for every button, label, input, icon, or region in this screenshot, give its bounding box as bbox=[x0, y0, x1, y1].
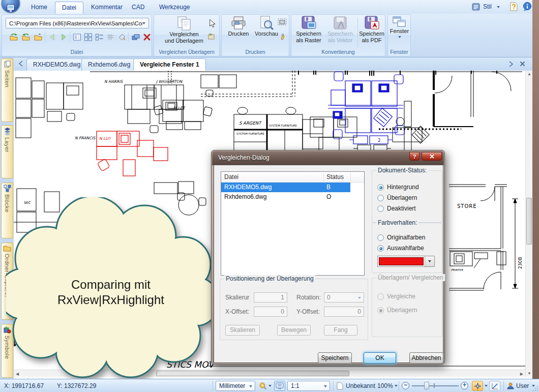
radio-label-auswahlfarbe[interactable]: Auswahlfarbe bbox=[387, 245, 424, 252]
stil-button[interactable]: Stil bbox=[483, 3, 492, 10]
vertical-scrollbar[interactable]: ▲ ▼ bbox=[525, 71, 532, 377]
fenster-button[interactable]: Fenster bbox=[389, 16, 410, 49]
forward-button[interactable] bbox=[58, 32, 69, 43]
tab-datei-label: Datei bbox=[62, 4, 76, 11]
tab-cad[interactable]: CAD bbox=[125, 2, 151, 14]
scroll-right-icon[interactable]: ▶ bbox=[520, 372, 523, 376]
close-folder-button[interactable] bbox=[130, 32, 141, 43]
info-icon[interactable] bbox=[522, 2, 532, 13]
list-row-rxhdemo6[interactable]: Rxhdemo6.dwg O bbox=[221, 192, 364, 202]
dialog-title-bar[interactable]: Vergleichen-Dialog ? bbox=[212, 151, 444, 165]
color-swatch bbox=[379, 257, 424, 265]
vscroll-thumb[interactable] bbox=[526, 198, 532, 245]
tab-scroll-right-icon[interactable] bbox=[508, 61, 514, 69]
scroll-up-icon[interactable]: ▲ bbox=[527, 72, 531, 76]
save-as-vector-button: Speichern als Vektor bbox=[324, 16, 356, 49]
scroll-down-icon[interactable]: ▼ bbox=[527, 371, 531, 376]
fenster-label: Fenster bbox=[390, 28, 409, 35]
speichern-button[interactable]: Speichern bbox=[318, 352, 352, 364]
toolbar-separator bbox=[45, 32, 45, 42]
radio-hintergrund[interactable] bbox=[377, 184, 384, 191]
save-pdf-icon bbox=[365, 16, 379, 31]
cell-file: RXHDEMO5.dwg bbox=[224, 184, 272, 191]
print-setup-button[interactable] bbox=[278, 31, 289, 42]
help-icon[interactable] bbox=[510, 2, 518, 13]
tab-datei[interactable]: Datei bbox=[55, 2, 83, 14]
compare-file-list[interactable]: Datei Status RXHDEMO5.dwg B Rxhdemo6.dwg… bbox=[221, 171, 365, 276]
user-label[interactable]: User bbox=[516, 382, 529, 389]
abbrechen-button[interactable]: Abbrechen bbox=[409, 352, 443, 364]
file-path-value: C:\Program Files (x86)\Rasterex\RxView\S… bbox=[9, 20, 142, 26]
tab-werkzeuge[interactable]: Werkzeuge bbox=[153, 2, 196, 14]
file-path-combo[interactable]: C:\Program Files (x86)\Rasterex\RxView\S… bbox=[6, 18, 149, 28]
print-preview-button[interactable]: Vorschau bbox=[253, 16, 280, 48]
close-file-button[interactable] bbox=[141, 32, 153, 43]
radio-deaktiviert[interactable] bbox=[377, 205, 384, 212]
line-graph-button[interactable] bbox=[489, 381, 500, 391]
save-as-pdf-button[interactable]: Speichern als PDF bbox=[358, 16, 385, 49]
tab-kommentar[interactable]: Kommentar bbox=[84, 2, 129, 14]
back-button[interactable] bbox=[47, 32, 58, 43]
open-workspace-button[interactable] bbox=[20, 32, 32, 43]
unit-combo[interactable]: Millimeter bbox=[216, 381, 255, 391]
ok-button[interactable]: OK bbox=[364, 352, 396, 364]
zoom-slider-thumb[interactable] bbox=[424, 382, 429, 389]
scale-display-button[interactable] bbox=[274, 381, 285, 391]
print-button[interactable]: Drucken bbox=[224, 16, 253, 48]
fenster-caret-icon bbox=[398, 36, 401, 38]
doc-tab-rxhdemo5[interactable]: RXHDEMO5.dwg bbox=[26, 58, 87, 71]
save-as-raster-button[interactable]: Speichern als Raster bbox=[293, 16, 324, 49]
zoom-caret-icon[interactable] bbox=[395, 385, 398, 387]
select-reference-button[interactable] bbox=[206, 31, 217, 42]
radio-label-ueberlagern[interactable]: Überlagern bbox=[387, 194, 417, 201]
radio-auswahlfarbe[interactable] bbox=[377, 245, 384, 252]
zoom-out-button[interactable]: − bbox=[402, 382, 409, 389]
column-datei[interactable]: Datei bbox=[224, 173, 238, 180]
resize-grip[interactable] bbox=[532, 385, 538, 391]
measure-tool-button[interactable] bbox=[257, 381, 273, 391]
thumbnail-grid-button[interactable] bbox=[82, 32, 94, 43]
file-path-caret-icon bbox=[142, 22, 145, 24]
open-file-button[interactable] bbox=[8, 32, 19, 43]
pick-cursor-button[interactable] bbox=[206, 18, 217, 29]
group-label-drucken: Drucken bbox=[222, 49, 289, 56]
color-picker-combo[interactable] bbox=[377, 256, 435, 267]
stil-caret-icon[interactable] bbox=[497, 6, 500, 8]
application-button[interactable] bbox=[1, 0, 20, 13]
tab-close-icon[interactable] bbox=[520, 61, 525, 68]
statusbar-separator bbox=[399, 381, 399, 391]
radio-label-hintergrund[interactable]: Hintergrund bbox=[387, 184, 419, 191]
compare-overlay-label-2: und Überlagern bbox=[165, 38, 203, 44]
doc-tab-vergleiche-fenster[interactable]: Vergleiche Fenster 1 bbox=[133, 58, 206, 71]
scale-combo[interactable]: 1:1 bbox=[287, 381, 330, 391]
dialog-close-button[interactable] bbox=[422, 152, 442, 161]
column-status[interactable]: Status bbox=[326, 173, 344, 180]
sidebar-tab-layer[interactable]: Layer bbox=[1, 125, 13, 178]
dialog-help-button[interactable]: ? bbox=[409, 152, 420, 161]
radio-ueberlagern[interactable] bbox=[377, 195, 384, 201]
page-view-button[interactable] bbox=[71, 32, 82, 43]
fill-color-button[interactable] bbox=[116, 32, 127, 43]
pages-icon bbox=[4, 61, 11, 68]
zoom-in-button[interactable]: + bbox=[461, 382, 468, 389]
radio-label-originalfarben[interactable]: Originalfarben bbox=[387, 234, 425, 241]
radio-originalfarben[interactable] bbox=[377, 234, 384, 241]
compare-overlay-button[interactable]: Vergleichen und Überlagern bbox=[162, 16, 206, 48]
doc-tab-rxhdemo6[interactable]: Rxhdemo6.dwg bbox=[81, 58, 137, 71]
toolbar-separator bbox=[128, 32, 129, 42]
grid-toggle-button[interactable] bbox=[105, 32, 116, 43]
label-rotation: Rotation: bbox=[296, 294, 321, 301]
color-dropdown-button[interactable] bbox=[425, 256, 434, 266]
zoom-slider-track[interactable] bbox=[412, 385, 459, 386]
list-row-rxhdemo5[interactable]: RXHDEMO5.dwg B bbox=[221, 183, 350, 192]
list-view-button[interactable] bbox=[94, 32, 105, 43]
snap-toggle-button[interactable] bbox=[472, 381, 483, 391]
radio-label-deaktiviert[interactable]: Deaktiviert bbox=[387, 205, 416, 212]
tab-home[interactable]: Home bbox=[24, 2, 54, 14]
open-folder-button[interactable] bbox=[33, 32, 44, 43]
tab-scroll-left-icon[interactable] bbox=[18, 61, 23, 68]
sidebar-tab-seiten[interactable]: Seiten bbox=[1, 58, 13, 122]
snap-caret-icon[interactable] bbox=[485, 385, 488, 387]
print-area-button[interactable] bbox=[277, 17, 288, 28]
stil-icon[interactable] bbox=[472, 3, 480, 12]
